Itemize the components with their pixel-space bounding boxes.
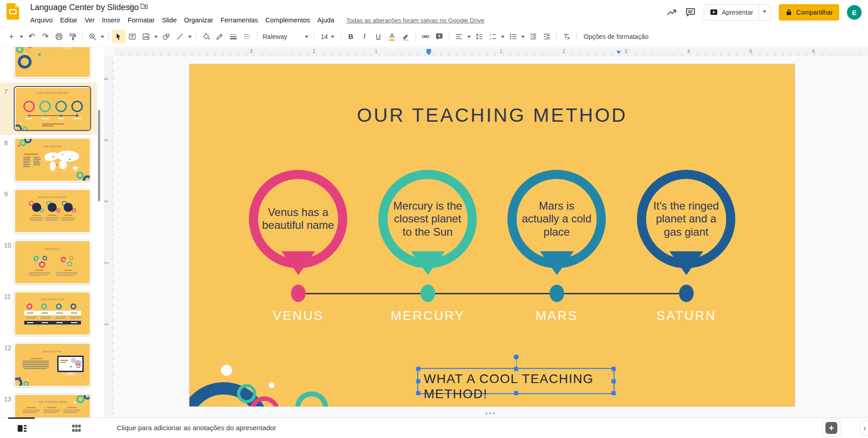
insert-line-button[interactable] bbox=[173, 30, 187, 43]
timeline-dot-venus[interactable] bbox=[291, 285, 306, 302]
resize-handle-e[interactable] bbox=[612, 379, 616, 383]
print-button[interactable] bbox=[52, 30, 66, 43]
menu-formatar[interactable]: Formatar bbox=[124, 15, 158, 25]
insert-image-button[interactable] bbox=[139, 30, 153, 43]
menu-arquivo[interactable]: Arquivo bbox=[27, 15, 56, 25]
slides-logo-icon[interactable] bbox=[6, 3, 19, 20]
explore-button[interactable] bbox=[822, 419, 841, 437]
comment-history-icon[interactable] bbox=[685, 7, 696, 18]
collapse-panel-button[interactable]: ‹ bbox=[860, 420, 868, 436]
slide-title[interactable]: OUR TEACHING METHOD bbox=[189, 104, 795, 126]
select-tool-button[interactable] bbox=[112, 30, 125, 43]
align-dropdown[interactable] bbox=[466, 30, 472, 43]
pin-saturn[interactable]: It's the ringed planet and a gas giant bbox=[637, 170, 735, 268]
timeline-label[interactable]: MARS bbox=[507, 308, 607, 323]
grid-view-button[interactable] bbox=[71, 423, 82, 434]
filmstrip-scrollbar[interactable] bbox=[98, 110, 100, 201]
pin-text[interactable]: It's the ringed planet and a gas giant bbox=[650, 199, 723, 238]
bulleted-list-dropdown[interactable] bbox=[520, 30, 526, 43]
zoom-dropdown[interactable] bbox=[99, 30, 106, 43]
resize-handle-nw[interactable] bbox=[416, 367, 421, 371]
slide-editor[interactable]: OUR TEACHING METHOD Venus has a beautifu… bbox=[189, 64, 795, 407]
numbered-list-button[interactable]: 12 bbox=[486, 30, 500, 43]
menu-ver[interactable]: Ver bbox=[81, 15, 98, 25]
speaker-notes-placeholder[interactable]: Clique para adicionar as anotações do ap… bbox=[117, 424, 276, 432]
fill-color-button[interactable] bbox=[199, 30, 213, 43]
new-slide-button[interactable]: + bbox=[5, 30, 18, 43]
font-family-select[interactable]: Raleway bbox=[260, 30, 311, 43]
present-dropdown[interactable] bbox=[759, 5, 771, 20]
avatar[interactable]: E bbox=[847, 5, 862, 20]
bulleted-list-button[interactable] bbox=[506, 30, 520, 43]
pin-venus[interactable]: Venus has a beautiful name bbox=[249, 170, 347, 268]
border-color-button[interactable] bbox=[213, 30, 226, 43]
star-icon[interactable]: ☆ bbox=[127, 1, 134, 11]
timeline-dot-saturn[interactable] bbox=[679, 285, 694, 302]
document-title[interactable]: Language Center by Slidesgo bbox=[30, 3, 139, 12]
new-slide-dropdown[interactable] bbox=[18, 30, 25, 43]
selected-text-box[interactable]: WHAT A COOL TEACHING METHOD! bbox=[417, 368, 615, 394]
resize-handle-s[interactable] bbox=[514, 391, 518, 395]
timeline-label[interactable]: MERCURY bbox=[377, 308, 478, 323]
slide-thumbnail[interactable]: 8 OUR CENTERS bbox=[0, 137, 104, 183]
slide-thumbnail[interactable]: 13 OUR ACADEMIC AREAS bbox=[0, 394, 104, 417]
save-status-link[interactable]: Todas as alterações foram salvas no Goog… bbox=[346, 17, 485, 24]
add-comment-button[interactable] bbox=[432, 30, 446, 43]
pin-text[interactable]: Venus has a beautiful name bbox=[262, 206, 335, 233]
menu-inserir[interactable]: Inserir bbox=[98, 15, 124, 25]
timeline-label[interactable]: VENUS bbox=[248, 308, 349, 323]
clear-formatting-button[interactable] bbox=[560, 30, 573, 43]
bold-button[interactable]: B bbox=[344, 30, 358, 43]
share-button[interactable]: Compartilhar bbox=[779, 4, 839, 21]
italic-button[interactable]: I bbox=[358, 30, 372, 43]
resize-handle-se[interactable] bbox=[612, 391, 616, 395]
right-indent-marker[interactable] bbox=[616, 51, 621, 56]
menu-editar[interactable]: Editar bbox=[56, 15, 81, 25]
increase-indent-button[interactable] bbox=[540, 30, 554, 43]
align-button[interactable] bbox=[452, 30, 466, 43]
slide-thumbnail[interactable]: 12 OUR FACILITIES bbox=[0, 342, 104, 388]
slide-thumbnail[interactable]: 11 THE CURRICULUM bbox=[0, 291, 104, 337]
menu-ferramentas[interactable]: Ferramentas bbox=[217, 15, 262, 25]
slide-thumbnail[interactable]: 9 WHAT SETS US APART bbox=[0, 189, 104, 234]
border-dash-button[interactable] bbox=[240, 30, 254, 43]
timeline-label[interactable]: SATURN bbox=[636, 308, 737, 323]
insert-image-dropdown[interactable] bbox=[153, 30, 159, 43]
border-weight-button[interactable] bbox=[226, 30, 240, 43]
indent-marker[interactable] bbox=[426, 49, 431, 58]
filmstrip-view-button[interactable] bbox=[16, 423, 27, 434]
timeline-dot-mars[interactable] bbox=[550, 285, 564, 302]
text-box-button[interactable] bbox=[125, 30, 139, 43]
menu-organizar[interactable]: Organizar bbox=[180, 15, 217, 25]
insert-link-button[interactable] bbox=[419, 30, 432, 43]
move-to-folder-icon[interactable] bbox=[140, 2, 148, 10]
resize-handle-sw[interactable] bbox=[416, 391, 421, 395]
line-spacing-button[interactable] bbox=[472, 30, 486, 43]
activity-icon[interactable] bbox=[666, 7, 677, 18]
insert-line-dropdown[interactable] bbox=[187, 30, 193, 43]
menu-slide[interactable]: Slide bbox=[158, 15, 180, 25]
slide-thumbnail-selected[interactable]: 7 OUR TEACHING METHOD bbox=[0, 86, 104, 132]
font-size-select[interactable]: 14 bbox=[317, 30, 338, 43]
text-color-button[interactable]: A bbox=[385, 30, 399, 43]
redo-button[interactable]: ↷ bbox=[38, 30, 52, 43]
resize-handle-w[interactable] bbox=[416, 379, 421, 383]
insert-shape-button[interactable] bbox=[159, 30, 173, 43]
timeline-line[interactable] bbox=[298, 293, 686, 294]
timeline-dot-mercury[interactable] bbox=[421, 285, 435, 302]
slide-thumbnail[interactable]: 10 THE SCHOOL bbox=[0, 240, 104, 286]
menu-complementos[interactable]: Complementos bbox=[262, 15, 314, 25]
present-button[interactable]: Apresentar bbox=[704, 8, 758, 16]
zoom-button[interactable] bbox=[86, 30, 99, 43]
rotation-handle[interactable] bbox=[513, 355, 518, 360]
pin-mars[interactable]: Mars is actually a cold place bbox=[507, 170, 606, 268]
slide-thumbnail[interactable]: 01 THIS IS A SECTION TITLE bbox=[0, 47, 104, 79]
format-options-button[interactable]: Opções de formatação bbox=[579, 30, 653, 43]
notes-resize-handle[interactable] bbox=[485, 412, 495, 414]
numbered-list-dropdown[interactable] bbox=[500, 30, 506, 43]
paint-format-button[interactable] bbox=[66, 30, 80, 43]
highlight-color-button[interactable] bbox=[399, 30, 413, 43]
underline-button[interactable]: U bbox=[372, 30, 385, 43]
callout-text[interactable]: WHAT A COOL TEACHING METHOD! bbox=[424, 371, 615, 401]
resize-handle-n[interactable] bbox=[514, 367, 518, 371]
